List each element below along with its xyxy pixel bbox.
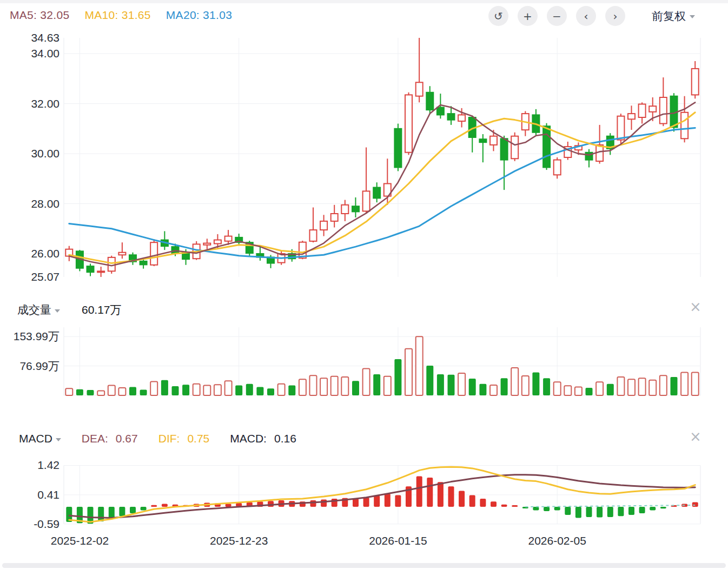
volume-bar — [203, 386, 210, 395]
macd-histogram-bar — [268, 501, 274, 507]
candle-body — [501, 138, 508, 160]
toolbar-buttons: ↺+−‹› — [488, 6, 625, 26]
zoom-in-button[interactable]: + — [518, 6, 538, 26]
volume-bar — [225, 381, 232, 395]
candlestick-panel: 34.6334.0032.0030.0028.0026.0025.07 — [31, 31, 700, 283]
candle-body — [554, 160, 561, 175]
adjust-type-dropdown[interactable]: 前复权 — [652, 9, 695, 24]
chevron-down-icon — [55, 309, 60, 313]
chevron-down-icon — [690, 15, 695, 18]
macd-close-button[interactable]: × — [687, 428, 704, 445]
volume-bar — [384, 376, 391, 395]
volume-bar — [65, 388, 72, 395]
volume-bar — [490, 385, 497, 395]
stock-chart-page: 34.6334.0032.0030.0028.0026.0025.07153.9… — [0, 0, 728, 569]
macd-histogram-bar — [416, 476, 422, 507]
volume-bar — [692, 373, 699, 396]
date-axis-label: 2026-02-05 — [528, 534, 586, 547]
macd-histogram-bar — [321, 500, 327, 507]
candle-body — [97, 271, 104, 272]
volume-bar — [448, 375, 455, 395]
ma20-legend: MA20: 31.03 — [166, 9, 232, 22]
price-axis-label: 28.00 — [31, 197, 59, 210]
chevron-down-icon — [56, 438, 61, 441]
price-axis-label: 32.00 — [31, 97, 59, 110]
plus-icon: + — [523, 10, 532, 23]
undo-button[interactable]: ↺ — [488, 6, 508, 26]
candle-body — [405, 95, 412, 152]
volume-bar — [182, 385, 189, 395]
volume-bar — [554, 382, 561, 395]
volume-bar — [416, 336, 423, 395]
macd-histogram-bar — [597, 507, 603, 517]
macd-histogram-bar — [119, 507, 125, 516]
candle-body — [140, 261, 147, 265]
pan-left-button[interactable]: ‹ — [576, 6, 596, 26]
macd-histogram-bar — [650, 507, 656, 511]
volume-indicator-dropdown[interactable]: 成交量 — [17, 302, 60, 317]
macd-histogram-bar — [310, 500, 316, 507]
macd-label: MACD: — [230, 432, 267, 445]
macd-panel: 1.420.41-0.59 — [34, 459, 700, 530]
price-axis-label: 25.07 — [31, 270, 59, 283]
macd-histogram-bar — [660, 507, 666, 508]
volume-bar — [235, 386, 242, 395]
candle-body — [490, 136, 497, 145]
candle-body — [352, 206, 359, 211]
macd-readout: MACD: 0.16 — [230, 432, 296, 445]
candle-body — [363, 191, 370, 211]
candle-body — [87, 266, 94, 272]
date-axis-label: 2026-01-15 — [369, 534, 427, 547]
macd-header: MACD DEA: 0.67 DIF: 0.75 MACD: 0.16 — [19, 432, 296, 445]
volume-bar — [532, 373, 539, 395]
volume-close-button[interactable]: × — [687, 299, 704, 315]
chart-toolbar: ↺+−‹› 前复权 — [488, 6, 695, 26]
volume-bar — [172, 386, 179, 395]
macd-histogram-bar — [438, 482, 444, 507]
volume-bar — [437, 374, 444, 395]
macd-indicator-dropdown[interactable]: MACD — [19, 432, 61, 445]
macd-histogram-bar — [459, 491, 465, 507]
candle-body — [310, 230, 317, 241]
macd-histogram-bar — [448, 486, 454, 507]
volume-bar — [564, 386, 571, 395]
volume-bar — [373, 374, 380, 395]
volume-title: 成交量 — [17, 302, 51, 317]
volume-bar — [363, 369, 370, 396]
dea-value: 0.67 — [116, 432, 138, 445]
volume-bar — [140, 389, 147, 395]
volume-bar — [405, 349, 412, 395]
macd-histogram-bar — [512, 505, 518, 507]
undo-icon: ↺ — [494, 10, 503, 23]
macd-histogram-bar — [575, 507, 581, 518]
candle-body — [628, 114, 635, 119]
candle-body — [172, 247, 179, 253]
candle-body — [150, 242, 157, 265]
horizontal-scrollbar[interactable] — [2, 563, 726, 568]
volume-bar — [394, 359, 401, 395]
volume-bar — [511, 368, 518, 395]
macd-axis-label: 1.42 — [37, 459, 59, 471]
pan-right-button[interactable]: › — [605, 6, 625, 26]
ma-legend: MA5: 32.05 MA10: 31.65 MA20: 31.03 — [10, 9, 232, 22]
volume-bar — [607, 384, 614, 395]
macd-histogram-bar — [162, 504, 168, 507]
volume-bar — [543, 378, 550, 395]
candle-body — [108, 257, 115, 271]
volume-bar — [479, 384, 486, 395]
volume-axis-label: 76.99万 — [19, 360, 59, 372]
date-axis-label: 2025-12-02 — [51, 534, 109, 547]
macd-histogram-bar — [151, 505, 157, 507]
date-axis-label: 2025-12-23 — [210, 534, 268, 547]
candle-body — [681, 113, 688, 138]
candle-body — [225, 236, 232, 241]
candle-body — [394, 129, 401, 168]
volume-header: 成交量 60.17万 — [17, 302, 122, 317]
minus-icon: − — [552, 10, 561, 23]
dif-readout: DIF: 0.75 — [158, 432, 210, 445]
volume-bar — [639, 378, 646, 395]
volume-bar — [341, 377, 348, 395]
macd-histogram-bar — [353, 499, 359, 507]
zoom-out-button[interactable]: − — [547, 6, 567, 26]
candle-body — [511, 136, 518, 159]
